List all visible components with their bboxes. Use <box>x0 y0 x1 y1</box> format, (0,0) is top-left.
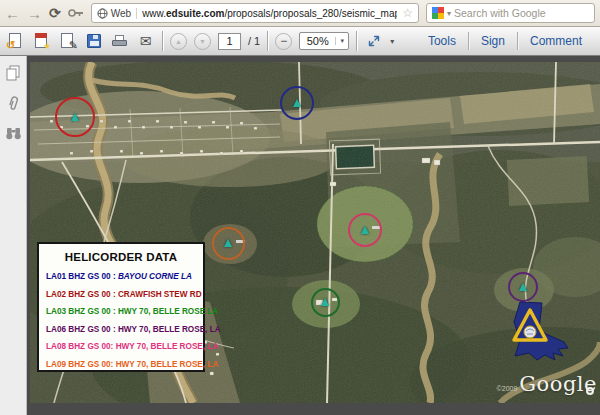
back-icon[interactable]: ← <box>5 6 20 21</box>
comment-button[interactable]: Comment <box>518 34 594 48</box>
map-dot-marker <box>586 387 594 395</box>
legend-entry-LA09: LA09 BHZ GS 00: HWY 70, BELLE ROSE, LA <box>39 356 203 374</box>
legend-entry-LA03: LA03 BHZ GS 00 : HWY 70, BELLE ROSE LA <box>39 303 203 321</box>
map-marker-LA03 <box>311 288 340 317</box>
attachments-paperclip-icon[interactable] <box>5 95 22 112</box>
legend-entry-LA02: LA02 BHZ GS 00 : CRAWFISH STEW RD <box>39 286 203 304</box>
map-page: HELICORDER DATA LA01 BHZ GS 00 : BAYOU C… <box>30 62 600 403</box>
map-marker-LA01 <box>280 86 314 120</box>
panel-buttons: Tools Sign Comment <box>416 27 594 55</box>
legend-entry-LA01: LA01 BHZ GS 00 : BAYOU CORNE LA <box>39 268 203 286</box>
station-id: LA09 BHZ GS 00: <box>46 360 116 369</box>
badge-label: Web <box>111 8 131 19</box>
toolbar-divider <box>356 31 357 51</box>
legend-entry-LA06: LA06 BHZ GS 00 : HWY 70, BELLE ROSE, LA <box>39 321 203 339</box>
legend-title: HELICORDER DATA <box>39 251 203 263</box>
tools-button[interactable]: Tools <box>416 34 468 48</box>
zoom-out-button[interactable]: − <box>275 33 292 50</box>
next-page-button[interactable]: ▼ <box>194 33 211 50</box>
map-marker-LA08 <box>348 213 382 247</box>
pdf-toolbar: ↺ ★ ✎ ✉ ▲ ▼ / 1 − 50% ▾ ▾ Tools Sign Com… <box>0 27 600 56</box>
document-canvas[interactable]: HELICORDER DATA LA01 BHZ GS 00 : BAYOU C… <box>27 56 600 415</box>
acrobat-sidebar <box>0 56 27 415</box>
station-id: LA02 BHZ GS 00 : <box>46 290 118 299</box>
station-id: LA01 BHZ GS 00 : <box>46 272 118 281</box>
toolbar-divider <box>267 31 268 51</box>
legend-box: HELICORDER DATA LA01 BHZ GS 00 : BAYOU C… <box>37 242 205 372</box>
page-thumbnails-icon[interactable] <box>5 65 22 82</box>
copyright-label: ©2009 <box>497 385 518 392</box>
bookmark-star-icon[interactable]: ☆ <box>402 6 413 20</box>
toolbar-more-caret-icon[interactable]: ▾ <box>390 37 394 46</box>
station-triangle-icon <box>361 226 369 234</box>
page-count-label: / 1 <box>248 35 260 47</box>
page-number-input[interactable] <box>218 33 241 50</box>
search-box[interactable]: ▾ <box>426 3 595 23</box>
browser-window: ← → ⟳ Web www.edsuite.com/proposals/prop… <box>0 0 600 415</box>
map-marker-LA06 <box>508 272 538 302</box>
globe-icon <box>97 8 108 19</box>
station-triangle-icon <box>224 239 232 247</box>
station-location: HWY 70, BELLE ROSE, LA <box>118 325 221 334</box>
url-bar[interactable]: Web www.edsuite.com/proposals/proposals_… <box>91 3 419 23</box>
station-location: CRAWFISH STEW RD <box>118 290 202 299</box>
station-id: LA03 BHZ GS 00 : <box>46 307 118 316</box>
search-engine-caret-icon[interactable]: ▾ <box>447 9 451 18</box>
key-icon[interactable] <box>68 8 84 18</box>
map-marker-LA02 <box>55 97 95 137</box>
map-marker-LA09 <box>212 227 245 260</box>
station-triangle-icon <box>519 283 527 291</box>
browser-toolbar: ← → ⟳ Web www.edsuite.com/proposals/prop… <box>0 0 600 27</box>
pdf-viewer-area: HELICORDER DATA LA01 BHZ GS 00 : BAYOU C… <box>0 56 600 415</box>
google-icon <box>432 7 444 19</box>
address-text: www.edsuite.com/proposals/proposals_280/… <box>142 8 397 19</box>
previous-page-button[interactable]: ▲ <box>170 33 187 50</box>
email-icon[interactable]: ✉ <box>136 32 155 51</box>
search-input[interactable] <box>454 7 589 19</box>
station-id: LA08 BHZ GS 00: <box>46 342 116 351</box>
louisiana-seismic-logo <box>508 300 570 362</box>
zoom-level-value: 50% <box>300 35 335 47</box>
sign-button[interactable]: Sign <box>469 34 517 48</box>
station-triangle-icon <box>71 113 79 121</box>
station-location: BAYOU CORNE LA <box>118 272 192 281</box>
save-icon[interactable] <box>84 32 103 51</box>
reload-icon[interactable]: ⟳ <box>49 6 61 20</box>
toolbar-divider <box>162 31 163 51</box>
create-pdf-icon[interactable]: ★ <box>32 32 51 51</box>
station-triangle-icon <box>293 99 301 107</box>
imagery-watermark: ©2009 Google <box>497 372 597 396</box>
zoom-caret-icon[interactable]: ▾ <box>335 37 348 45</box>
forward-icon[interactable]: → <box>27 6 42 21</box>
station-location: HWY 70, BELLE ROSE, LA <box>116 360 219 369</box>
legend-entries: LA01 BHZ GS 00 : BAYOU CORNE LALA02 BHZ … <box>39 268 203 374</box>
legend-entry-LA08: LA08 BHZ GS 00: HWY 70, BELLE ROSE, LA <box>39 338 203 356</box>
station-location: HWY 70, BELLE ROSE, LA <box>116 342 219 351</box>
binoculars-search-icon[interactable] <box>5 125 22 142</box>
fit-window-icon[interactable] <box>364 32 383 51</box>
site-identity-badge[interactable]: Web <box>97 8 137 19</box>
station-triangle-icon <box>321 298 329 306</box>
station-location: HWY 70, BELLE ROSE LA <box>118 307 218 316</box>
convert-file-icon[interactable]: ↺ <box>6 32 25 51</box>
print-icon[interactable] <box>110 32 129 51</box>
station-id: LA06 BHZ GS 00 : <box>46 325 118 334</box>
zoom-level-dropdown[interactable]: 50% ▾ <box>299 32 349 50</box>
edit-document-icon[interactable]: ✎ <box>58 32 77 51</box>
